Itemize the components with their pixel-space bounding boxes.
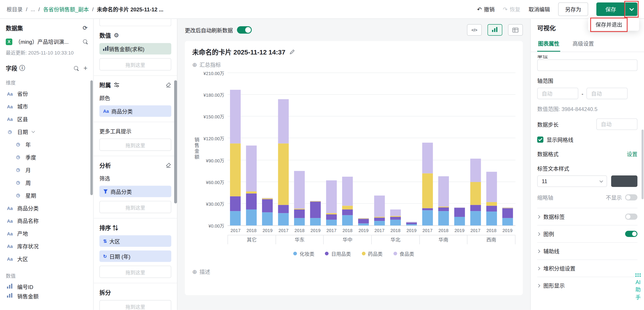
panel-section[interactable]: 图形显示 bbox=[537, 277, 638, 294]
axis-min-input[interactable] bbox=[537, 88, 578, 99]
field-row[interactable]: Aa商品名称 bbox=[6, 214, 88, 227]
label-color-swatch[interactable] bbox=[611, 175, 637, 187]
field-row[interactable]: Aa库存状况 bbox=[6, 240, 88, 253]
save-as-button[interactable]: 另存为 bbox=[558, 2, 588, 16]
breadcrumb-root[interactable]: 根目录 bbox=[6, 5, 22, 13]
chart-bar[interactable] bbox=[390, 209, 401, 226]
legend-item[interactable]: 食品类 bbox=[393, 250, 414, 257]
legend-item[interactable]: 药品类 bbox=[362, 250, 383, 257]
chart-bar[interactable] bbox=[374, 196, 385, 225]
ai-assistant-button[interactable]: AI助手 bbox=[635, 273, 641, 301]
breadcrumb-ellipsis[interactable]: ... bbox=[31, 6, 35, 12]
bar-group bbox=[468, 158, 515, 225]
legend-item[interactable]: 化妆类 bbox=[293, 250, 314, 257]
mini-axis-toggle[interactable] bbox=[625, 194, 638, 201]
chart-bar[interactable] bbox=[262, 198, 273, 226]
dataset-locate-icon[interactable] bbox=[83, 39, 88, 44]
field-row[interactable]: Aa省份 bbox=[6, 87, 88, 100]
save-and-exit-menu-item[interactable]: 保存并退出 bbox=[590, 18, 627, 32]
field-row[interactable]: ◷日期 bbox=[6, 126, 88, 138]
config-panel-scrollbar[interactable] bbox=[174, 80, 177, 203]
field-row[interactable]: Aa产地 bbox=[6, 227, 88, 240]
chart-bar[interactable] bbox=[246, 146, 257, 226]
gridline-checkbox[interactable] bbox=[537, 137, 544, 143]
panel-section[interactable]: 辅助线 bbox=[537, 242, 638, 260]
field-row[interactable]: Aa商品分类 bbox=[6, 202, 88, 214]
left-panel-scrollbar[interactable] bbox=[90, 80, 93, 195]
chart-bar[interactable] bbox=[278, 99, 289, 226]
redo-button[interactable]: ↷ 恢复 bbox=[503, 5, 520, 13]
table-view-button[interactable] bbox=[508, 24, 523, 35]
field-row[interactable]: ◷季度 bbox=[6, 151, 88, 163]
chart-bar[interactable] bbox=[406, 222, 417, 226]
pencil-edit-icon[interactable] bbox=[290, 49, 295, 54]
value-dropzone[interactable]: 拖到这里 bbox=[99, 58, 171, 71]
legend-item[interactable]: 日用品类 bbox=[325, 250, 351, 257]
axis-max-input[interactable] bbox=[587, 88, 628, 99]
eraser-icon[interactable] bbox=[166, 162, 172, 168]
save-button[interactable]: 保存 bbox=[596, 2, 625, 16]
sort-chip-region[interactable]: ⇅ 大区 bbox=[99, 235, 171, 247]
summary-metric-row[interactable]: ⊕ 汇总指标 bbox=[192, 61, 516, 69]
field-row[interactable]: Aa城市 bbox=[6, 100, 88, 113]
field-row[interactable]: Aa区县 bbox=[6, 113, 88, 126]
field-row[interactable]: 销售金额 bbox=[6, 293, 88, 299]
gridline bbox=[228, 73, 516, 73]
chart-bar[interactable] bbox=[486, 172, 497, 226]
tooltip-dropzone[interactable]: 拖到这里 bbox=[99, 139, 171, 151]
auto-refresh-toggle[interactable] bbox=[237, 26, 252, 33]
cancel-edit-button[interactable]: 取消编辑 bbox=[528, 5, 550, 13]
unit-input[interactable] bbox=[537, 59, 638, 71]
data-step-input[interactable] bbox=[596, 118, 638, 130]
panel-section[interactable]: 堆积分组设置 bbox=[537, 260, 638, 277]
bar-chart-icon bbox=[9, 294, 10, 298]
chart-bar[interactable] bbox=[422, 143, 433, 226]
panel-section[interactable]: 图例 bbox=[537, 225, 638, 242]
field-row[interactable]: ◷星期 bbox=[6, 189, 88, 202]
font-size-select[interactable]: 11 bbox=[537, 175, 607, 187]
split-dropzone[interactable]: 拖到这里 bbox=[99, 300, 171, 310]
chart-bar[interactable] bbox=[454, 207, 465, 225]
field-search-icon[interactable] bbox=[74, 66, 78, 70]
chart-bar[interactable] bbox=[326, 180, 337, 225]
eraser-icon[interactable] bbox=[166, 82, 172, 88]
value-chip[interactable]: 销售金额(求和) bbox=[99, 43, 171, 54]
save-dropdown-button[interactable] bbox=[625, 2, 638, 16]
panel-section[interactable]: 数据标签 bbox=[537, 208, 638, 225]
dataset-row[interactable]: X （ming）产品培训演... bbox=[6, 38, 88, 46]
field-row[interactable]: ◷年 bbox=[6, 138, 88, 151]
add-field-icon[interactable]: + bbox=[84, 65, 88, 71]
right-panel-scrollbar[interactable] bbox=[642, 130, 644, 199]
dataset-sync-icon[interactable]: ⟳ bbox=[82, 25, 88, 31]
undo-button[interactable]: ↶ 撤销 bbox=[477, 5, 494, 13]
chart-bar[interactable] bbox=[470, 158, 481, 225]
section-toggle[interactable] bbox=[625, 213, 638, 220]
chart-bar[interactable] bbox=[310, 201, 321, 225]
section-toggle[interactable] bbox=[625, 231, 638, 237]
sort-dropzone[interactable]: 拖到这里 bbox=[99, 266, 171, 278]
description-row[interactable]: ⊕ 描述 bbox=[192, 268, 516, 276]
field-row[interactable]: ◷月 bbox=[6, 163, 88, 176]
chart-bar[interactable] bbox=[230, 90, 241, 226]
chevron-down-icon bbox=[629, 6, 634, 11]
gear-icon[interactable]: ⚙ bbox=[114, 32, 119, 38]
code-view-button[interactable]: </> bbox=[467, 24, 482, 35]
sort-chip-date[interactable]: ↻ 日期 (年) bbox=[99, 250, 171, 262]
breadcrumb-parent[interactable]: 各省份销售额_副本 bbox=[43, 5, 89, 13]
tab-advanced-settings[interactable]: 高级设置 bbox=[572, 36, 595, 52]
chart-view-button[interactable] bbox=[488, 24, 502, 35]
filter-dropzone[interactable]: 拖到这里 bbox=[99, 201, 171, 213]
chart-bar[interactable] bbox=[502, 207, 513, 225]
field-row[interactable]: Aa大区 bbox=[6, 253, 88, 265]
data-format-settings-link[interactable]: 设置 bbox=[627, 150, 638, 158]
filter-chip[interactable]: 商品分类 bbox=[99, 186, 171, 197]
chart-bar[interactable] bbox=[294, 171, 305, 226]
field-row[interactable]: ◷周 bbox=[6, 176, 88, 189]
field-row[interactable]: 编号ID bbox=[6, 280, 88, 293]
tab-chart-properties[interactable]: 图表属性 bbox=[537, 36, 560, 52]
color-chip[interactable]: Aa 商品分类 bbox=[99, 105, 171, 117]
chart-bar[interactable] bbox=[438, 176, 449, 225]
chart-segment bbox=[438, 207, 449, 211]
chart-bar[interactable] bbox=[342, 177, 353, 226]
chart-bar[interactable] bbox=[358, 218, 369, 225]
